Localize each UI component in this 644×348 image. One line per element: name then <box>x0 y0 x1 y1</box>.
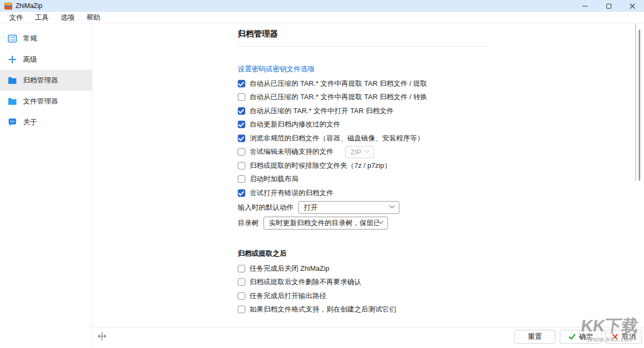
option-row: 自动从已压缩的 TAR.* 文件中再提取 TAR 归档文件 / 转换 <box>238 91 517 105</box>
dropdown[interactable]: 打开 <box>298 201 399 214</box>
option-label: 尝试打开有错误的归档文件 <box>250 188 333 198</box>
menu-item[interactable]: 文件 <box>3 12 29 23</box>
footer-divider <box>92 327 644 328</box>
sidebar-item-file-manager[interactable]: 文件管理器 <box>0 91 92 112</box>
minimize-icon <box>582 6 588 6</box>
option-row: 浏览非规范的归档文件（容器、磁盘镜像、安装程序等） <box>238 131 517 145</box>
option-label: 启动时加载布局 <box>250 174 298 184</box>
splitter-resize-handle[interactable] <box>97 331 107 341</box>
checkbox[interactable] <box>238 135 245 142</box>
dropdown-value: 打开 <box>304 203 318 212</box>
option-label: 自动从已压缩的 TAR.* 文件中再提取 TAR 归档文件 / 转换 <box>250 92 427 102</box>
minimize-button[interactable] <box>573 0 597 12</box>
sidebar-item-archive-manager[interactable]: 归档管理器 <box>0 70 92 91</box>
close-button[interactable] <box>620 0 644 12</box>
option-row: 任务完成后打开输出路径 <box>238 289 517 303</box>
archive-options-list: 自动从已压缩的 TAR.* 文件中再提取 TAR 归档文件 / 提取自动从已压缩… <box>238 77 517 200</box>
option-row: 如果归档文件格式支持，则在创建之后测试它们 <box>238 303 517 317</box>
main-area: 常规 高级 归档管理器 文件管理器 关于 归档管理 <box>0 24 644 348</box>
plus-icon <box>8 55 17 64</box>
option-row: 启动时加载布局 <box>238 173 517 187</box>
dropdown-settings: 输入时的默认动作打开目录树实时更新归档文件的目录树，保留已访问 <box>238 199 399 231</box>
option-row: 尝试打开有错误的归档文件 <box>238 186 517 200</box>
check-icon <box>568 333 576 340</box>
dropdown-row: 输入时的默认动作打开 <box>238 199 399 215</box>
reset-button-label: 重置 <box>528 332 542 342</box>
sidebar-item-label: 关于 <box>23 117 37 127</box>
cancel-button[interactable]: 取消 <box>605 330 642 344</box>
maximize-icon <box>606 4 611 9</box>
dropdown-row-label: 输入时的默认动作 <box>238 203 294 212</box>
option-row: 自动从压缩的 TAR.* 文件中打开 TAR 归档文件 <box>238 104 517 118</box>
sidebar-item-about[interactable]: 关于 <box>0 112 92 132</box>
checkbox[interactable] <box>238 93 245 101</box>
sidebar-item-label: 文件管理器 <box>23 97 58 106</box>
app-logo-icon <box>4 3 12 10</box>
menu-item[interactable]: 帮助 <box>80 12 106 23</box>
option-row: 归档或提取的时候排除空文件夹（7z / p7zip） <box>238 159 517 173</box>
dropdown-row-label: 目录树 <box>238 218 259 228</box>
option-label: 如果归档文件格式支持，则在创建之后测试它们 <box>250 305 396 314</box>
dropdown-row: 目录树实时更新归档文件的目录树，保留已访问 <box>238 215 399 231</box>
checkbox[interactable] <box>238 107 245 115</box>
checkbox[interactable] <box>238 306 245 313</box>
sidebar-item-label: 常规 <box>23 34 37 43</box>
option-row: 尝试编辑未明确支持的文件ZIP <box>238 145 517 159</box>
folder-icon <box>8 97 17 106</box>
checkbox[interactable] <box>238 121 245 128</box>
after-archive-options-list: 任务完成后关闭 ZhiMaZip归档或提取后文件删除不再要求确认任务完成后打开输… <box>238 262 517 316</box>
option-row: 自动从已压缩的 TAR.* 文件中再提取 TAR 归档文件 / 提取 <box>238 77 517 91</box>
menu-bar: 文件工具选项帮助 <box>0 12 644 24</box>
checkbox[interactable] <box>238 175 245 183</box>
sidebar-item-advanced[interactable]: 高级 <box>0 49 92 70</box>
cancel-button-label: 取消 <box>622 332 636 342</box>
reset-button[interactable]: 重置 <box>514 330 555 344</box>
sidebar: 常规 高级 归档管理器 文件管理器 关于 <box>0 24 92 348</box>
checkbox[interactable] <box>238 292 245 300</box>
checkbox[interactable] <box>238 80 245 87</box>
scrollbar-thumb[interactable] <box>639 29 640 181</box>
settings-panel: 归档管理器 设置密码或密钥文件选项 自动从已压缩的 TAR.* 文件中再提取 T… <box>92 24 644 348</box>
dropdown[interactable]: ZIP <box>345 146 374 158</box>
password-options-link[interactable]: 设置密码或密钥文件选项 <box>238 64 314 74</box>
chevron-down-icon <box>364 147 370 153</box>
page-title: 归档管理器 <box>238 29 278 39</box>
dropdown-value: ZIP <box>350 148 361 156</box>
sidebar-item-general[interactable]: 常规 <box>0 28 92 49</box>
settings-list-icon <box>8 34 17 43</box>
chevron-down-icon <box>390 203 395 209</box>
scrollbar-track-border <box>635 24 636 181</box>
option-label: 任务完成后打开输出路径 <box>250 291 326 301</box>
option-label: 归档或提取的时候排除空文件夹（7z / p7zip） <box>250 161 391 171</box>
option-label: 任务完成后关闭 ZhiMaZip <box>250 264 330 273</box>
menu-item[interactable]: 选项 <box>55 12 80 23</box>
checkbox[interactable] <box>238 189 245 197</box>
title-divider <box>238 46 489 47</box>
chevron-down-icon <box>378 219 384 224</box>
option-row: 自动更新归档内修改过的文件 <box>238 118 517 132</box>
sidebar-item-label: 归档管理器 <box>23 76 58 85</box>
horizontal-resize-icon <box>97 331 107 341</box>
dropdown[interactable]: 实时更新归档文件的目录树，保留已访问 <box>264 217 388 229</box>
checkbox[interactable] <box>238 278 245 286</box>
chat-bubble-icon <box>8 117 17 127</box>
window-title: ZhiMaZip <box>16 2 42 10</box>
option-row: 归档或提取后文件删除不再要求确认 <box>238 276 517 290</box>
maximize-button[interactable] <box>597 0 620 12</box>
checkbox[interactable] <box>238 265 245 272</box>
checkbox[interactable] <box>238 162 245 169</box>
checkbox[interactable] <box>238 148 245 156</box>
ok-button-label: 确定 <box>579 332 593 342</box>
x-icon <box>611 333 619 340</box>
title-bar: ZhiMaZip <box>0 0 644 12</box>
close-icon <box>630 3 635 9</box>
option-label: 自动更新归档内修改过的文件 <box>250 120 340 129</box>
option-label: 尝试编辑未明确支持的文件 <box>250 147 333 157</box>
option-label: 自动从压缩的 TAR.* 文件中打开 TAR 归档文件 <box>250 106 393 116</box>
folder-icon <box>8 76 17 85</box>
option-label: 归档或提取后文件删除不再要求确认 <box>250 277 361 287</box>
window-controls <box>573 0 644 12</box>
option-row: 任务完成后关闭 ZhiMaZip <box>238 262 517 276</box>
menu-item[interactable]: 工具 <box>29 12 55 23</box>
ok-button[interactable]: 确定 <box>560 330 602 344</box>
